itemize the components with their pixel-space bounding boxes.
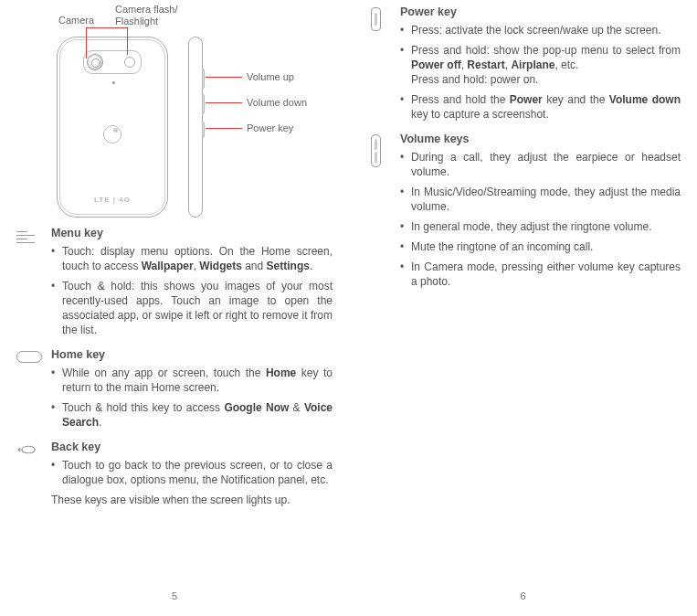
label-power-key: Power key [247, 122, 293, 133]
menu-key-icon [16, 227, 51, 343]
list-item: In general mode, they adjust the rington… [400, 219, 681, 234]
camera-lens-icon [87, 54, 103, 70]
camera-module [83, 50, 142, 74]
label-camera: Camera [58, 15, 94, 27]
mic-hole-icon [112, 81, 115, 84]
list-item: Touch to go back to the previous screen,… [51, 458, 333, 487]
section-title: Menu key [51, 227, 333, 239]
section-title: Power key [400, 5, 681, 18]
menu-key-list: Touch: display menu options. On the Home… [51, 244, 333, 337]
section-back-key: Back key Touch to go back to the previou… [16, 441, 333, 511]
flash-icon [124, 57, 135, 68]
page-number: 6 [349, 590, 697, 601]
page-5: Camera Camera flash/Flashlight LTE | 4G [0, 0, 349, 616]
callout-line [127, 27, 128, 55]
section-title: Volume keys [400, 133, 681, 145]
label-volume-up: Volume up [247, 71, 294, 82]
home-key-icon [16, 348, 51, 435]
callout-line [206, 102, 242, 103]
list-item: In Camera mode, pressing either volume k… [400, 260, 681, 289]
section-volume-keys: Volume keys During a call, they adjust t… [365, 133, 681, 294]
label-camera-flash: Camera flash/Flashlight [115, 4, 188, 27]
section-home-key: Home key While on any app or screen, tou… [16, 348, 333, 435]
volume-down-button-icon [202, 94, 205, 114]
list-item: Press: activate the lock screen/wake up … [400, 23, 681, 37]
label-volume-down: Volume down [247, 97, 307, 108]
callout-line [86, 27, 87, 58]
back-key-icon [16, 441, 51, 511]
page-6: Power key Press: activate the lock scree… [349, 0, 697, 616]
phone-diagram: Camera Camera flash/Flashlight LTE | 4G [42, 7, 316, 227]
back-key-note: These keys are visible when the screen l… [51, 493, 333, 507]
list-item: Touch: display menu options. On the Home… [51, 244, 333, 273]
list-item: Press and hold the Power key and the Vol… [400, 92, 681, 122]
list-item: Press and hold: show the pop-up menu to … [400, 43, 681, 87]
list-item: Touch & hold: this shows you images of y… [51, 279, 333, 337]
callout-line [206, 128, 242, 129]
lte-label: LTE | 4G [58, 196, 167, 204]
list-item: Mute the ringtone of an incoming call. [400, 239, 681, 254]
home-key-list: While on any app or screen, touch the Ho… [51, 366, 333, 430]
section-power-key: Power key Press: activate the lock scree… [365, 5, 681, 127]
back-key-list: Touch to go back to the previous screen,… [51, 458, 333, 487]
section-title: Back key [51, 441, 333, 453]
callout-line [86, 27, 128, 28]
page-number: 5 [0, 590, 349, 601]
callout-line [206, 77, 242, 78]
volume-up-button-icon [202, 69, 205, 89]
power-button-icon [202, 122, 205, 138]
list-item: In Music/Video/Streaming mode, they adju… [400, 185, 681, 214]
volume-keys-list: During a call, they adjust the earpiece … [400, 150, 681, 289]
two-page-spread: Camera Camera flash/Flashlight LTE | 4G [0, 0, 697, 616]
list-item: Touch & hold this key to access Google N… [51, 400, 333, 430]
list-item: While on any app or screen, touch the Ho… [51, 366, 333, 395]
volume-keys-side-icon [365, 133, 400, 294]
power-key-list: Press: activate the lock screen/wake up … [400, 23, 681, 122]
phone-back-illustration: LTE | 4G [57, 37, 168, 218]
section-title: Home key [51, 348, 333, 361]
power-key-side-icon [365, 5, 400, 127]
brand-logo-icon [103, 125, 121, 143]
list-item: During a call, they adjust the earpiece … [400, 150, 681, 179]
phone-side-illustration [188, 37, 203, 218]
section-menu-key: Menu key Touch: display menu options. On… [16, 227, 333, 343]
